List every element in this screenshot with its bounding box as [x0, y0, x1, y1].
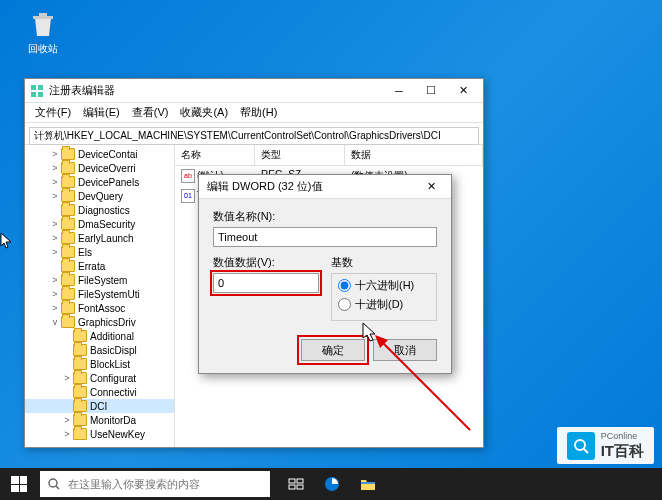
- tree-node[interactable]: >DevicePanels: [25, 175, 174, 189]
- radio-hex[interactable]: 十六进制(H): [338, 278, 430, 293]
- expand-icon[interactable]: >: [49, 275, 61, 285]
- expand-icon[interactable]: >: [49, 289, 61, 299]
- taskbar-search[interactable]: [40, 471, 270, 497]
- col-header-type[interactable]: 类型: [255, 145, 345, 165]
- tree-label: BasicDispl: [90, 345, 137, 356]
- col-header-name[interactable]: 名称: [175, 145, 255, 165]
- tree-node[interactable]: vGraphicsDriv: [25, 315, 174, 329]
- tree-node[interactable]: DCI: [25, 399, 174, 413]
- window-title: 注册表编辑器: [49, 83, 383, 98]
- desktop-icon-recycle-bin[interactable]: 回收站: [18, 8, 68, 56]
- expand-icon[interactable]: [61, 345, 73, 355]
- tree-label: FontAssoc: [78, 303, 125, 314]
- tree-node[interactable]: BasicDispl: [25, 343, 174, 357]
- edit-dword-dialog: 编辑 DWORD (32 位)值 ✕ 数值名称(N): 数值数据(V): 基数 …: [198, 174, 452, 374]
- expand-icon[interactable]: [61, 359, 73, 369]
- value-data-input[interactable]: [213, 273, 319, 293]
- tree-node[interactable]: >DevQuery: [25, 189, 174, 203]
- folder-icon: [73, 414, 87, 426]
- tree-node[interactable]: >EarlyLaunch: [25, 231, 174, 245]
- menu-favorites[interactable]: 收藏夹(A): [174, 103, 234, 122]
- radio-dec[interactable]: 十进制(D): [338, 297, 430, 312]
- expand-icon[interactable]: >: [49, 303, 61, 313]
- tree-node[interactable]: >DeviceContai: [25, 147, 174, 161]
- search-input[interactable]: [68, 478, 270, 490]
- expand-icon[interactable]: >: [61, 373, 73, 383]
- tree-node[interactable]: >FileSystem: [25, 273, 174, 287]
- svg-rect-16: [361, 482, 375, 484]
- expand-icon[interactable]: >: [49, 149, 61, 159]
- menu-help[interactable]: 帮助(H): [234, 103, 283, 122]
- folder-icon: [61, 218, 75, 230]
- expand-icon[interactable]: [49, 261, 61, 271]
- tree-panel[interactable]: >DeviceContai>DeviceOverri>DevicePanels>…: [25, 145, 175, 447]
- task-view-button[interactable]: [278, 468, 314, 500]
- value-name-input[interactable]: [213, 227, 437, 247]
- ok-button[interactable]: 确定: [301, 339, 365, 361]
- expand-icon[interactable]: [61, 331, 73, 341]
- address-input[interactable]: [29, 127, 479, 145]
- tree-label: FileSystemUti: [78, 289, 140, 300]
- expand-icon[interactable]: [49, 205, 61, 215]
- maximize-button[interactable]: ☐: [415, 80, 447, 102]
- explorer-taskbar-icon[interactable]: [350, 468, 386, 500]
- watermark: PConline IT百科: [557, 427, 654, 464]
- tree-label: DeviceOverri: [78, 163, 136, 174]
- watermark-small: PConline: [601, 431, 644, 442]
- tree-label: DmaSecurity: [78, 219, 135, 230]
- minimize-button[interactable]: ─: [383, 80, 415, 102]
- menubar: 文件(F) 编辑(E) 查看(V) 收藏夹(A) 帮助(H): [25, 103, 483, 123]
- start-button[interactable]: [0, 468, 38, 500]
- tree-label: Connectivi: [90, 387, 137, 398]
- expand-icon[interactable]: [61, 401, 73, 411]
- svg-line-8: [584, 449, 588, 453]
- expand-icon[interactable]: >: [49, 233, 61, 243]
- folder-icon: [61, 176, 75, 188]
- tree-node[interactable]: >FontAssoc: [25, 301, 174, 315]
- value-type-icon: 01: [181, 189, 195, 203]
- svg-rect-11: [289, 479, 295, 483]
- expand-icon[interactable]: >: [49, 219, 61, 229]
- expand-icon[interactable]: >: [49, 163, 61, 173]
- expand-icon[interactable]: >: [61, 415, 73, 425]
- expand-icon[interactable]: v: [49, 317, 61, 327]
- tree-node[interactable]: Additional: [25, 329, 174, 343]
- menu-edit[interactable]: 编辑(E): [77, 103, 126, 122]
- tree-node[interactable]: >Configurat: [25, 371, 174, 385]
- tree-node[interactable]: Connectivi: [25, 385, 174, 399]
- tree-node[interactable]: BlockList: [25, 357, 174, 371]
- expand-icon[interactable]: >: [49, 177, 61, 187]
- tree-node[interactable]: >UseNewKey: [25, 427, 174, 441]
- tree-node[interactable]: >MonitorDa: [25, 413, 174, 427]
- dialog-titlebar[interactable]: 编辑 DWORD (32 位)值 ✕: [199, 175, 451, 199]
- search-icon: [40, 477, 68, 491]
- expand-icon[interactable]: >: [49, 191, 61, 201]
- expand-icon[interactable]: [61, 387, 73, 397]
- values-header: 名称 类型 数据: [175, 145, 483, 166]
- menu-file[interactable]: 文件(F): [29, 103, 77, 122]
- tree-node[interactable]: Errata: [25, 259, 174, 273]
- regedit-icon: [29, 83, 45, 99]
- folder-icon: [61, 316, 75, 328]
- dialog-close-button[interactable]: ✕: [419, 177, 443, 197]
- tree-node[interactable]: >DmaSecurity: [25, 217, 174, 231]
- folder-icon: [61, 302, 75, 314]
- tree-node[interactable]: >DeviceOverri: [25, 161, 174, 175]
- tree-node[interactable]: >FileSystemUti: [25, 287, 174, 301]
- expand-icon[interactable]: >: [61, 429, 73, 439]
- tree-node[interactable]: Diagnostics: [25, 203, 174, 217]
- folder-icon: [73, 358, 87, 370]
- cancel-button[interactable]: 取消: [373, 339, 437, 361]
- menu-view[interactable]: 查看(V): [126, 103, 175, 122]
- titlebar[interactable]: 注册表编辑器 ─ ☐ ✕: [25, 79, 483, 103]
- tree-label: Els: [78, 247, 92, 258]
- close-button[interactable]: ✕: [447, 80, 479, 102]
- expand-icon[interactable]: >: [49, 247, 61, 257]
- folder-icon: [61, 260, 75, 272]
- tree-label: DevQuery: [78, 191, 123, 202]
- tree-node[interactable]: >Els: [25, 245, 174, 259]
- edge-taskbar-icon[interactable]: [314, 468, 350, 500]
- svg-rect-12: [297, 479, 303, 483]
- svg-point-7: [575, 440, 585, 450]
- col-header-data[interactable]: 数据: [345, 145, 483, 165]
